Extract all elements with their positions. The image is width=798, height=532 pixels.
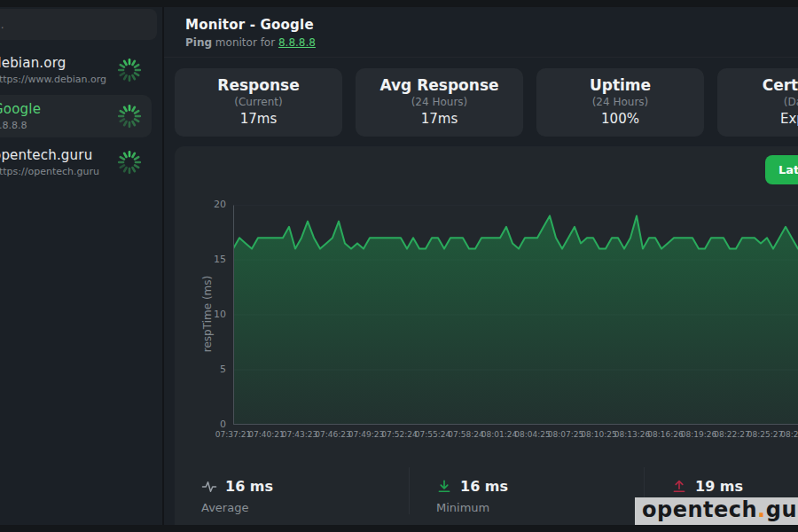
card-subtitle: (Current) [178,96,339,108]
app-content: debian.org https://www.debian.org [0,7,798,525]
card-value: 17ms [359,111,520,127]
main-area: Monitor - Google Ping monitor for 8.8.8.… [164,7,798,525]
watermark-name: opentech [642,497,757,522]
watermark-tld: guru [766,497,798,522]
average-label: Average [201,501,409,514]
response-time-chart[interactable] [233,205,798,425]
y-tick-label: 15 [198,254,226,265]
average-value: 16 ms [225,478,273,495]
monitor-url: https://www.debian.org [0,74,106,85]
window-top-strip [0,0,798,7]
maximum-value: 19 ms [695,478,743,495]
x-tick-label: 08:28:27 [778,430,798,439]
minimum-label: Minimum [436,501,644,514]
card-title: Response [178,76,339,94]
page-subtitle: Ping monitor for 8.8.8.8 [185,36,798,49]
upload-icon [671,479,687,495]
chart-panel: Latest respTime (ms) 20151050 [175,146,798,525]
monitor-list: debian.org https://www.debian.org [0,49,159,184]
monitor-type-label: Ping [185,36,212,49]
activity-icon [201,479,217,495]
y-tick-label: 10 [198,309,226,320]
watermark: opentech.guru [635,497,798,525]
card-cert-expiry: Cert exp. (Days) Expiry [717,68,798,137]
y-axis-ticks: 20151050 [198,205,226,425]
y-tick-label: 5 [198,364,226,375]
y-tick-label: 20 [198,199,226,210]
card-value: 100% [540,111,700,127]
stat-cards-row: Response (Current) 17ms Avg Response (24… [164,58,798,142]
monitor-list-item[interactable]: opentech.guru https://opentech.guru [0,141,152,184]
sidebar: debian.org https://www.debian.org [0,7,164,525]
watermark-dot: . [757,497,766,522]
card-title: Cert exp. [721,76,798,94]
card-subtitle: (Days) [721,96,798,108]
card-uptime: Uptime (24 Hours) 100% [536,68,704,137]
card-subtitle: (24 Hours) [359,96,520,108]
card-value: Expiry [721,111,798,127]
card-subtitle: (24 Hours) [540,96,700,108]
monitor-list-item[interactable]: Google 8.8.8.8 [0,95,152,137]
monitor-name: Google [0,101,41,117]
card-title: Avg Response [359,76,520,94]
heartbeat-spinner-icon [116,149,143,176]
monitor-list-item[interactable]: debian.org https://www.debian.org [0,49,152,91]
monitor-url: https://opentech.guru [0,166,99,177]
stat-average: 16 ms Average [175,467,409,514]
heartbeat-spinner-icon [116,57,143,83]
y-tick-label: 0 [198,419,226,430]
heartbeat-spinner-icon [116,103,143,129]
page-title: Monitor - Google [185,17,798,33]
chart-svg [233,205,798,425]
monitor-url: 8.8.8.8 [0,120,41,131]
monitor-header: Monitor - Google Ping monitor for 8.8.8.… [164,7,798,58]
stat-minimum: 16 ms Minimum [409,467,644,514]
download-icon [436,479,452,495]
monitor-name: opentech.guru [0,147,99,163]
card-response: Response (Current) 17ms [175,68,342,137]
minimum-value: 16 ms [460,478,508,495]
card-value: 17ms [178,111,339,127]
monitor-name: debian.org [0,55,106,71]
period-selector-button[interactable]: Latest [765,155,798,184]
card-avg-response: Avg Response (24 Hours) 17ms [356,68,523,137]
search-input[interactable] [0,9,157,40]
monitor-target-link[interactable]: 8.8.8.8 [278,36,316,49]
x-axis-ticks: 07:37:2107:40:2107:43:2307:46:2307:49:23… [233,430,798,442]
subtitle-text: monitor for [212,36,278,49]
card-title: Uptime [540,76,700,94]
